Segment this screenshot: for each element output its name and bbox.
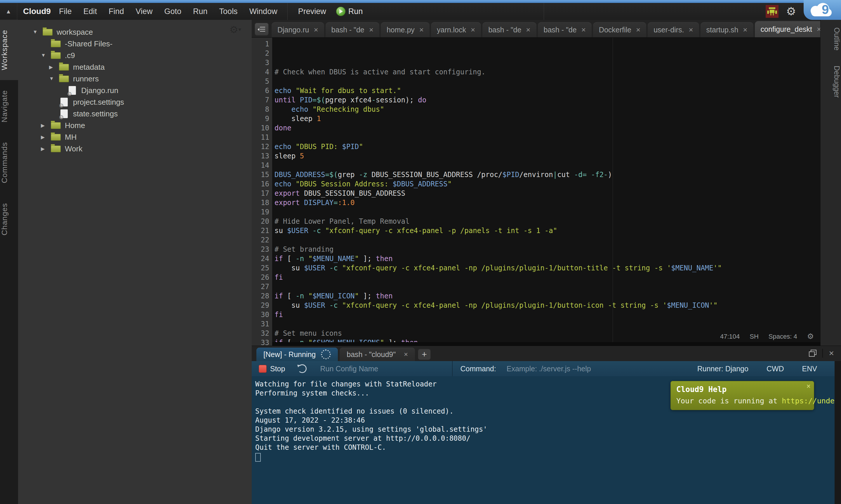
code-editor[interactable]: 1234567891011121314151617181920212223242…: [252, 38, 820, 346]
sidebar-tab-commands[interactable]: Commands: [0, 132, 18, 193]
bug-report-icon[interactable]: [766, 5, 778, 18]
tree-item-state-settings[interactable]: ⚙state.settings: [18, 108, 252, 120]
terminal-output[interactable]: Watching for file changes with StatReloa…: [252, 376, 835, 504]
stop-button[interactable]: Stop: [270, 364, 285, 373]
preview-button[interactable]: Preview: [298, 7, 326, 16]
console-tab-new-running[interactable]: [New] - Running: [256, 348, 338, 361]
tab-list-button[interactable]: [255, 23, 269, 36]
env-button[interactable]: ENV: [802, 364, 817, 373]
horizontal-scrollbar[interactable]: [272, 342, 820, 346]
code-line: if [ -n "$MENU_NAME" ]; then: [274, 254, 820, 263]
tree-collapse-arrow-icon[interactable]: ▼: [33, 29, 42, 35]
command-input[interactable]: [506, 364, 659, 373]
toolbar-divider: [452, 361, 452, 376]
editor-tab-django-ru[interactable]: Django.ru×: [272, 22, 324, 37]
run-button[interactable]: Run: [336, 7, 363, 16]
close-icon[interactable]: ×: [581, 25, 586, 34]
close-icon[interactable]: ×: [369, 25, 374, 34]
menu-edit[interactable]: Edit: [83, 7, 97, 16]
close-icon[interactable]: ×: [471, 25, 475, 34]
close-icon[interactable]: ×: [636, 25, 640, 34]
code-token: $MENU_NAME: [312, 255, 355, 263]
runner-selector[interactable]: Runner: Django: [697, 364, 749, 373]
editor-tab-bash-de[interactable]: bash - "de×: [326, 22, 379, 37]
close-icon[interactable]: ×: [404, 350, 408, 358]
restart-icon[interactable]: [298, 364, 307, 373]
popup-link[interactable]: https://undefined: [782, 397, 835, 405]
close-icon[interactable]: ×: [419, 25, 424, 34]
editor-tab-bash-de[interactable]: bash - "de×: [538, 22, 591, 37]
code-token: =$(: [325, 170, 338, 179]
editor-tab-yarn-lock[interactable]: yarn.lock×: [431, 22, 481, 37]
tree-expand-arrow-icon[interactable]: ▶: [41, 123, 51, 129]
code-token: then: [376, 292, 393, 300]
close-panel-icon[interactable]: ×: [829, 349, 834, 358]
tree-expand-arrow-icon[interactable]: ▶: [41, 146, 51, 152]
close-icon[interactable]: ×: [526, 25, 530, 34]
tree-item-runners[interactable]: ▼runners: [18, 73, 252, 85]
tree-item-project-settings[interactable]: ⚙project.settings: [18, 96, 252, 108]
sidebar-tab-outline[interactable]: Outline: [821, 20, 841, 58]
menu-cloud9[interactable]: Cloud9: [23, 7, 51, 16]
tree-item-mh[interactable]: ▶MH: [18, 131, 252, 143]
close-icon[interactable]: ×: [314, 25, 318, 34]
file-icon: ⚙: [69, 86, 76, 95]
sidebar-tab-changes[interactable]: Changes: [0, 193, 18, 245]
tree-item-metadata[interactable]: ▶metadata: [18, 61, 252, 73]
gutter-line-number: 32: [252, 329, 272, 338]
menu-view[interactable]: View: [136, 7, 152, 16]
collapse-menu-button[interactable]: ▲: [0, 3, 17, 20]
menu-window[interactable]: Window: [250, 7, 277, 16]
code-token: /environ: [519, 170, 553, 179]
tree-item-work[interactable]: ▶Work: [18, 143, 252, 155]
sidebar-tab-debugger[interactable]: Debugger: [821, 58, 841, 105]
tree-expand-arrow-icon[interactable]: ▶: [49, 64, 59, 70]
tree-item-c9[interactable]: ▼.c9: [18, 50, 252, 61]
sidebar-tab-navigate[interactable]: Navigate: [0, 80, 18, 132]
editor-tab-dockerfile[interactable]: Dockerfile×: [593, 22, 646, 37]
code-token: [325, 301, 329, 309]
code-token: [587, 170, 591, 179]
editor-status-bar: 47:104 SH Spaces: 4 ⚙: [720, 332, 814, 341]
menu-run[interactable]: Run: [193, 7, 208, 16]
tree-collapse-arrow-icon[interactable]: ▼: [49, 76, 59, 82]
code-token: ": [355, 255, 359, 263]
code-token: [304, 292, 308, 300]
syntax-mode[interactable]: SH: [750, 333, 759, 340]
cwd-button[interactable]: CWD: [767, 364, 784, 373]
folder-icon: [51, 146, 61, 152]
editor-tab-configure-deskt[interactable]: configure_deskt×: [755, 21, 827, 37]
console-tab-bash-cloud9[interactable]: bash - "cloud9"×: [340, 348, 415, 361]
run-config-name-input[interactable]: [320, 364, 417, 373]
menu-file[interactable]: File: [59, 7, 72, 16]
editor-tab-home-py[interactable]: home.py×: [381, 22, 430, 37]
menu-tools[interactable]: Tools: [219, 7, 238, 16]
editor-tab-user-dirs[interactable]: user-dirs.×: [648, 22, 699, 37]
tree-item-django-run[interactable]: ⚙Django.run: [18, 85, 252, 96]
stop-icon[interactable]: [259, 365, 267, 373]
settings-gear-icon[interactable]: ⚙: [786, 6, 796, 17]
code-token: "xfconf-query -c xfce4-panel -p /panels …: [325, 227, 557, 235]
menu-find[interactable]: Find: [109, 7, 124, 16]
maximize-panel-icon[interactable]: [809, 350, 817, 357]
indentation-setting[interactable]: Spaces: 4: [769, 333, 797, 340]
gutter-line-number: 26: [252, 273, 272, 282]
editor-tab-bash-de[interactable]: bash - "de×: [482, 22, 536, 37]
tree-item-workspace[interactable]: ▼workspace: [18, 26, 252, 38]
new-console-tab-button[interactable]: +: [418, 349, 431, 360]
editor-tab-label: home.py: [387, 26, 415, 34]
tree-item-shared-files[interactable]: -Shared Files-: [18, 38, 252, 50]
tree-item-home[interactable]: ▶Home: [18, 120, 252, 131]
close-icon[interactable]: ×: [689, 25, 693, 34]
cloud9-logo[interactable]: 9: [809, 3, 836, 17]
editor-settings-gear-icon[interactable]: ⚙: [807, 332, 814, 341]
tree-expand-arrow-icon[interactable]: ▶: [41, 134, 51, 140]
popup-close-icon[interactable]: ×: [807, 383, 811, 390]
editor-tab-startup-sh[interactable]: startup.sh×: [701, 22, 753, 37]
menu-goto[interactable]: Goto: [165, 7, 182, 16]
sidebar-tab-workspace[interactable]: Workspace: [0, 20, 18, 80]
close-icon[interactable]: ×: [743, 25, 747, 34]
code-token: "Rechecking dbus": [312, 105, 384, 113]
code-line: fi: [274, 273, 820, 282]
tree-collapse-arrow-icon[interactable]: ▼: [41, 53, 51, 58]
